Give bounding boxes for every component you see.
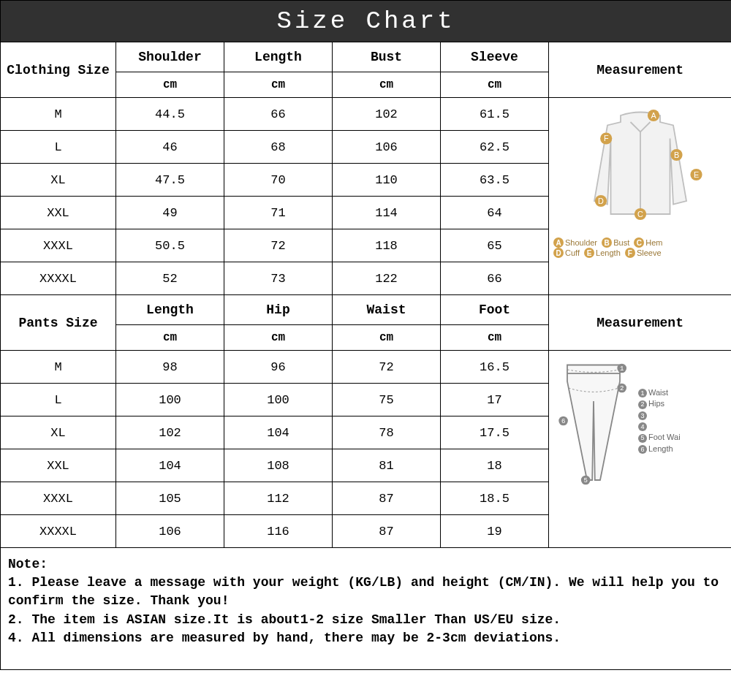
size-chart-table: Size Chart Clothing Size Shoulder Length… [0, 0, 731, 670]
val-cell: 72 [333, 351, 441, 384]
val-cell: 47.5 [116, 164, 224, 197]
col-bust: Bust [333, 42, 441, 72]
val-cell: 112 [224, 482, 333, 515]
val-cell: 66 [224, 98, 333, 131]
val-cell: 106 [333, 131, 441, 164]
col-shoulder: Shoulder [116, 42, 224, 72]
col-foot: Foot [441, 295, 549, 325]
shirt-icon: A B C D E F [575, 102, 706, 234]
val-cell: 64 [441, 197, 549, 229]
val-cell: 81 [333, 449, 441, 482]
size-cell: M [1, 351, 116, 384]
val-cell: 104 [224, 416, 333, 449]
col-sleeve: Sleeve [441, 42, 549, 72]
val-cell: 96 [224, 351, 333, 384]
val-cell: 50.5 [116, 229, 224, 262]
val-cell: 100 [224, 384, 333, 416]
val-cell: 118 [333, 229, 441, 262]
chart-title: Size Chart [1, 1, 732, 42]
svg-text:D: D [598, 197, 604, 205]
val-cell: 18.5 [441, 482, 549, 515]
val-cell: 104 [116, 449, 224, 482]
unit-cm: cm [441, 72, 549, 98]
size-cell: XXL [1, 449, 116, 482]
size-cell: XXL [1, 197, 116, 229]
val-cell: 122 [333, 262, 441, 295]
val-cell: 100 [116, 384, 224, 416]
val-cell: 62.5 [441, 131, 549, 164]
val-cell: 61.5 [441, 98, 549, 131]
shirt-measurement-diagram: A B C D E F AShoulder BBust CHem DCuff E… [549, 98, 732, 295]
size-cell: L [1, 131, 116, 164]
svg-text:A: A [651, 111, 656, 120]
note-line: 2. The item is ASIAN size.It is about1-2… [8, 612, 561, 627]
val-cell: 18 [441, 449, 549, 482]
val-cell: 98 [116, 351, 224, 384]
svg-text:2: 2 [620, 385, 624, 392]
svg-text:5: 5 [583, 477, 587, 484]
val-cell: 63.5 [441, 164, 549, 197]
pants-legend: 1Waist 2Hips 3 4 5Foot Wai 6Length [638, 387, 681, 454]
col-waist: Waist [333, 295, 441, 325]
val-cell: 68 [224, 131, 333, 164]
pants-measurement-diagram: 1 2 6 5 1Waist 2Hips 3 4 5Foot Wai 6Leng… [549, 351, 732, 548]
size-cell: L [1, 384, 116, 416]
svg-text:6: 6 [561, 418, 565, 425]
val-cell: 102 [333, 98, 441, 131]
unit-cm: cm [224, 325, 333, 351]
unit-cm: cm [116, 325, 224, 351]
val-cell: 17.5 [441, 416, 549, 449]
val-cell: 75 [333, 384, 441, 416]
val-cell: 19 [441, 515, 549, 548]
val-cell: 72 [224, 229, 333, 262]
pants-icon: 1 2 6 5 [553, 355, 634, 487]
shirt-legend: AShoulder BBust CHem DCuff ELength FSlee… [553, 237, 727, 258]
pants-size-label: Pants Size [1, 295, 116, 351]
col-length: Length [224, 42, 333, 72]
size-cell: XXXL [1, 482, 116, 515]
unit-cm: cm [333, 325, 441, 351]
val-cell: 110 [333, 164, 441, 197]
val-cell: 87 [333, 515, 441, 548]
svg-text:C: C [637, 210, 643, 218]
note-line: 4. All dimensions are measured by hand, … [8, 631, 561, 645]
col-measurement: Measurement [549, 42, 732, 98]
col-measurement: Measurement [549, 295, 732, 351]
size-cell: M [1, 98, 116, 131]
svg-text:E: E [693, 170, 698, 179]
val-cell: 114 [333, 197, 441, 229]
size-cell: XXXXL [1, 515, 116, 548]
val-cell: 102 [116, 416, 224, 449]
val-cell: 49 [116, 197, 224, 229]
val-cell: 87 [333, 482, 441, 515]
col-hip: Hip [224, 295, 333, 325]
val-cell: 52 [116, 262, 224, 295]
val-cell: 65 [441, 229, 549, 262]
unit-cm: cm [441, 325, 549, 351]
val-cell: 106 [116, 515, 224, 548]
note-heading: Note: [8, 557, 48, 571]
size-cell: XL [1, 416, 116, 449]
clothing-size-label: Clothing Size [1, 42, 116, 98]
size-cell: XXXL [1, 229, 116, 262]
val-cell: 17 [441, 384, 549, 416]
table-row: M 98 96 72 16.5 1 2 [1, 351, 732, 384]
unit-cm: cm [116, 72, 224, 98]
svg-text:B: B [673, 151, 678, 159]
size-cell: XL [1, 164, 116, 197]
val-cell: 66 [441, 262, 549, 295]
val-cell: 70 [224, 164, 333, 197]
svg-text:1: 1 [620, 365, 624, 373]
note-line: 1. Please leave a message with your weig… [8, 575, 719, 608]
val-cell: 73 [224, 262, 333, 295]
val-cell: 16.5 [441, 351, 549, 384]
svg-text:F: F [603, 134, 608, 142]
size-cell: XXXXL [1, 262, 116, 295]
val-cell: 71 [224, 197, 333, 229]
note-block: Note: 1. Please leave a message with you… [1, 548, 732, 670]
val-cell: 44.5 [116, 98, 224, 131]
val-cell: 108 [224, 449, 333, 482]
unit-cm: cm [333, 72, 441, 98]
unit-cm: cm [224, 72, 333, 98]
val-cell: 78 [333, 416, 441, 449]
